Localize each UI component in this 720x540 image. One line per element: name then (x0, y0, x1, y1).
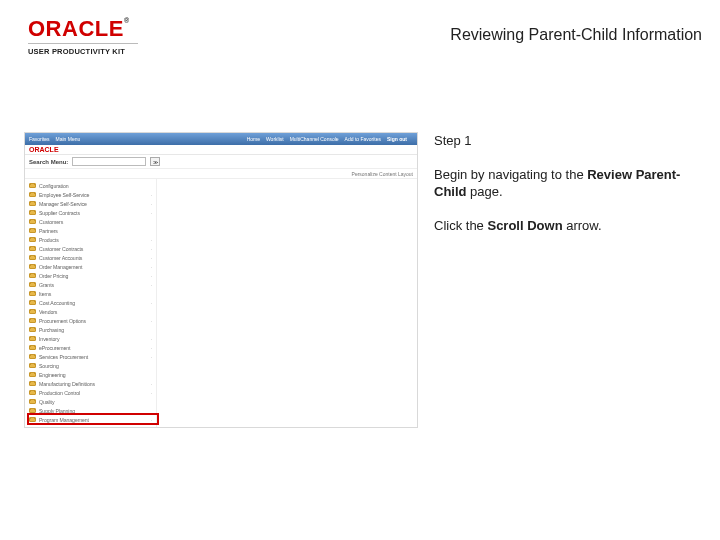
menu-item-label: Customers (39, 219, 63, 225)
submenu-indicator-icon: · (151, 192, 154, 198)
submenu-indicator-icon: · (151, 345, 154, 351)
nav-menu[interactable]: ConfigurationEmployee Self-Service·Manag… (25, 179, 157, 427)
menu-item[interactable]: Customer Accounts· (29, 253, 154, 262)
topbar-signout[interactable]: Sign out (387, 136, 407, 142)
folder-icon (29, 264, 36, 269)
folder-icon (29, 237, 36, 242)
folder-icon (29, 192, 36, 197)
topbar-addfav[interactable]: Add to Favorites (345, 136, 381, 142)
menu-item[interactable]: Customer Contracts· (29, 244, 154, 253)
folder-icon (29, 210, 36, 215)
menu-item-label: Products (39, 237, 59, 243)
brand-logo: ORACLE® USER PRODUCTIVITY KIT (28, 18, 138, 56)
folder-icon (29, 372, 36, 377)
folder-icon (29, 327, 36, 332)
menu-item-label: eProcurement (39, 345, 70, 351)
personalize-link[interactable]: Personalize Content Layout (352, 171, 413, 177)
menu-item[interactable]: Products· (29, 235, 154, 244)
menu-item-label: Manager Self-Service (39, 201, 87, 207)
menu-item-label: Employee Self-Service (39, 192, 89, 198)
submenu-indicator-icon: · (151, 381, 154, 387)
topbar-mainmenu[interactable]: Main Menu (56, 136, 81, 142)
search-go-button[interactable]: ≫ (150, 157, 160, 166)
folder-icon (29, 228, 36, 233)
menu-item-label: Inventory (39, 336, 59, 342)
menu-item[interactable]: Supplier Contracts· (29, 208, 154, 217)
menu-item[interactable]: Procurement Options· (29, 316, 154, 325)
menu-item[interactable]: Partners (29, 226, 154, 235)
menu-item-label: Supplier Contracts (39, 210, 80, 216)
menu-item-label: Order Pricing (39, 273, 68, 279)
search-row: Search Menu: ≫ (25, 155, 417, 169)
menu-item-label: Grants (39, 282, 54, 288)
menu-item-label: Services Procurement (39, 354, 88, 360)
submenu-indicator-icon: · (151, 273, 154, 279)
submenu-indicator-icon: · (151, 417, 154, 423)
content-area (157, 179, 417, 427)
folder-icon (29, 291, 36, 296)
menu-item[interactable]: Items (29, 289, 154, 298)
menu-item-label: Program Management (39, 417, 89, 423)
menu-item[interactable]: eProcurement· (29, 343, 154, 352)
topbar-home[interactable]: Home (247, 136, 260, 142)
folder-icon (29, 363, 36, 368)
menu-item-label: Partners (39, 228, 58, 234)
topbar-multichannel[interactable]: MultiChannel Console (290, 136, 339, 142)
menu-item[interactable]: Grants· (29, 280, 154, 289)
submenu-indicator-icon: · (151, 282, 154, 288)
menu-item[interactable]: Quality (29, 397, 154, 406)
submenu-indicator-icon: · (151, 246, 154, 252)
folder-icon (29, 354, 36, 359)
menu-item[interactable]: Purchasing (29, 325, 154, 334)
menu-item-label: Purchasing (39, 327, 64, 333)
folder-icon (29, 345, 36, 350)
menu-item[interactable]: Production Control· (29, 388, 154, 397)
submenu-indicator-icon: · (151, 201, 154, 207)
menu-item-label: Configuration (39, 183, 69, 189)
menu-item-label: Supply Planning (39, 408, 75, 414)
submenu-indicator-icon: · (151, 264, 154, 270)
menu-item-label: Manufacturing Definitions (39, 381, 95, 387)
folder-icon (29, 255, 36, 260)
search-input[interactable] (72, 157, 146, 166)
instruction-line-2: Click the Scroll Down arrow. (434, 217, 702, 235)
menu-item[interactable]: Supply Planning (29, 406, 154, 415)
menu-item[interactable]: Program Management· (29, 415, 154, 424)
menu-item[interactable]: Cost Accounting· (29, 298, 154, 307)
submenu-indicator-icon: · (151, 354, 154, 360)
topbar-favorites[interactable]: Favorites (29, 136, 50, 142)
menu-item[interactable]: Manager Self-Service· (29, 199, 154, 208)
submenu-indicator-icon: · (151, 390, 154, 396)
menu-item[interactable]: Manufacturing Definitions· (29, 379, 154, 388)
menu-item[interactable]: Employee Self-Service· (29, 190, 154, 199)
submenu-indicator-icon: · (151, 255, 154, 261)
menu-item-label: Order Management (39, 264, 82, 270)
folder-icon (29, 381, 36, 386)
trademark-icon: ® (124, 17, 130, 24)
menu-item[interactable]: Order Pricing· (29, 271, 154, 280)
menu-item-label: Procurement Options (39, 318, 86, 324)
menu-item[interactable]: Inventory· (29, 334, 154, 343)
menu-item[interactable]: Services Procurement· (29, 352, 154, 361)
folder-icon (29, 183, 36, 188)
menu-item[interactable]: Customers (29, 217, 154, 226)
folder-icon (29, 417, 36, 422)
menu-item-label: Items (39, 291, 51, 297)
step-label: Step 1 (434, 132, 702, 150)
folder-icon (29, 246, 36, 251)
menu-item[interactable]: Configuration (29, 181, 154, 190)
menu-item[interactable]: Vendors (29, 307, 154, 316)
app-brandbar: ORACLE (25, 145, 417, 155)
menu-item[interactable]: Engineering (29, 370, 154, 379)
menu-item[interactable]: Sourcing (29, 361, 154, 370)
menu-item-label: Quality (39, 399, 54, 405)
topbar-worklist[interactable]: Worklist (266, 136, 284, 142)
folder-icon (29, 318, 36, 323)
menu-item[interactable]: Order Management· (29, 262, 154, 271)
app-screenshot: Favorites Main Menu Home Worklist MultiC… (24, 132, 418, 428)
folder-icon (29, 399, 36, 404)
folder-icon (29, 390, 36, 395)
submenu-indicator-icon: · (151, 318, 154, 324)
instruction-line-1: Begin by navigating to the Review Parent… (434, 166, 702, 201)
subtoolbar: Personalize Content Layout (25, 169, 417, 179)
